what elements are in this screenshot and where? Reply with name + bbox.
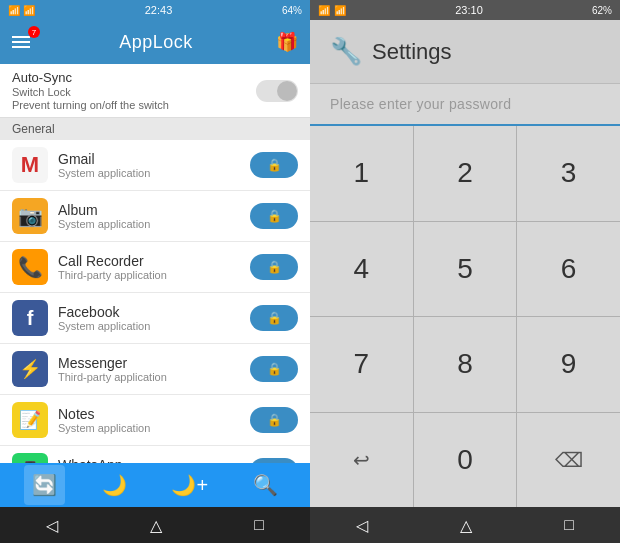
right-time: 23:10 <box>455 4 483 16</box>
nav-sleep-plus-button[interactable]: 🌙+ <box>163 465 216 505</box>
left-panel: 📶 📶 22:43 64% 7 AppLock 🎁 Auto-Sync Swit… <box>0 0 310 543</box>
right-status-icons: 📶 📶 <box>318 5 346 16</box>
right-recents-button[interactable]: □ <box>548 510 590 540</box>
settings-header: 🔧 Settings <box>310 20 620 84</box>
left-battery: 64% <box>282 5 302 16</box>
signal-icon: 📶 <box>23 5 35 16</box>
system-nav-right: ◁ △ □ <box>310 507 620 543</box>
applock-title: AppLock <box>119 32 193 53</box>
numpad-key-7[interactable]: 7 <box>310 317 413 412</box>
menu-button[interactable]: 7 <box>12 30 36 54</box>
right-back-button[interactable]: ◁ <box>340 510 384 541</box>
bottom-nav-left: 🔄 🌙 🌙+ 🔍 <box>0 463 310 507</box>
callrec-name: Call Recorder <box>58 253 240 269</box>
callrec-lock-toggle[interactable]: 🔒 <box>250 254 298 280</box>
nav-refresh-button[interactable]: 🔄 <box>24 465 65 505</box>
right-battery: 62% <box>592 5 612 16</box>
status-bar-right: 📶 📶 23:10 62% <box>310 0 620 20</box>
album-type: System application <box>58 218 240 230</box>
left-time: 22:43 <box>145 4 173 16</box>
numpad-key-8[interactable]: 8 <box>414 317 517 412</box>
left-status-icons: 📶 📶 <box>8 5 35 16</box>
facebook-info: Facebook System application <box>58 304 240 332</box>
whatsapp-lock-toggle[interactable]: 🔒 <box>250 458 298 463</box>
gmail-icon: M <box>12 147 48 183</box>
notes-name: Notes <box>58 406 240 422</box>
auto-sync-toggle[interactable] <box>256 80 298 102</box>
right-wifi-icon: 📶 <box>318 5 330 16</box>
gmail-name: Gmail <box>58 151 240 167</box>
password-placeholder: Please enter your password <box>330 96 600 112</box>
auto-sync-item: Auto-Sync Switch Lock Prevent turning on… <box>12 70 298 111</box>
numpad-key-9[interactable]: 9 <box>517 317 620 412</box>
callrec-info: Call Recorder Third-party application <box>58 253 240 281</box>
facebook-icon: f <box>12 300 48 336</box>
list-item[interactable]: 📱 WhatsApp Third-party application 🔒 <box>0 446 310 463</box>
right-panel: 📶 📶 23:10 62% 🔧 Settings Please enter yo… <box>310 0 620 543</box>
messenger-name: Messenger <box>58 355 240 371</box>
switch-lock-detail: Prevent turning on/off the switch <box>12 99 169 111</box>
right-signal-icon: 📶 <box>334 5 346 16</box>
album-icon: 📷 <box>12 198 48 234</box>
gmail-type: System application <box>58 167 240 179</box>
system-nav-left: ◁ △ □ <box>0 507 310 543</box>
facebook-type: System application <box>58 320 240 332</box>
app-list: M Gmail System application 🔒 📷 Album Sys… <box>0 140 310 463</box>
whatsapp-icon: 📱 <box>12 453 48 463</box>
callrec-type: Third-party application <box>58 269 240 281</box>
numpad-back-arrow[interactable]: ↩ <box>310 413 413 508</box>
numpad-key-5[interactable]: 5 <box>414 222 517 317</box>
right-home-button[interactable]: △ <box>444 510 488 541</box>
applock-header: 7 AppLock 🎁 <box>0 20 310 64</box>
list-item[interactable]: ⚡ Messenger Third-party application 🔒 <box>0 344 310 395</box>
numpad-key-2[interactable]: 2 <box>414 126 517 221</box>
section-general-header: General <box>0 118 310 140</box>
numpad-key-4[interactable]: 4 <box>310 222 413 317</box>
home-button[interactable]: △ <box>134 510 178 541</box>
list-item[interactable]: M Gmail System application 🔒 <box>0 140 310 191</box>
switch-lock-description: Switch Lock <box>12 86 169 98</box>
settings-wrench-icon: 🔧 <box>330 36 362 67</box>
messenger-type: Third-party application <box>58 371 240 383</box>
album-info: Album System application <box>58 202 240 230</box>
album-name: Album <box>58 202 240 218</box>
password-input-area[interactable]: Please enter your password <box>310 84 620 126</box>
auto-sync-section: Auto-Sync Switch Lock Prevent turning on… <box>0 64 310 118</box>
list-item[interactable]: 📞 Call Recorder Third-party application … <box>0 242 310 293</box>
recents-button[interactable]: □ <box>238 510 280 540</box>
numpad-delete-key[interactable]: ⌫ <box>517 413 620 508</box>
callrec-icon: 📞 <box>12 249 48 285</box>
status-bar-left: 📶 📶 22:43 64% <box>0 0 310 20</box>
notes-type: System application <box>58 422 240 434</box>
list-item[interactable]: f Facebook System application 🔒 <box>0 293 310 344</box>
nav-sleep-button[interactable]: 🌙 <box>94 465 135 505</box>
album-lock-toggle[interactable]: 🔒 <box>250 203 298 229</box>
notes-icon: 📝 <box>12 402 48 438</box>
numpad-key-1[interactable]: 1 <box>310 126 413 221</box>
wifi-icon: 📶 <box>8 5 20 16</box>
list-item[interactable]: 📝 Notes System application 🔒 <box>0 395 310 446</box>
messenger-icon: ⚡ <box>12 351 48 387</box>
nav-search-button[interactable]: 🔍 <box>245 465 286 505</box>
numpad-key-3[interactable]: 3 <box>517 126 620 221</box>
back-button[interactable]: ◁ <box>30 510 74 541</box>
list-item[interactable]: 📷 Album System application 🔒 <box>0 191 310 242</box>
facebook-name: Facebook <box>58 304 240 320</box>
notes-lock-toggle[interactable]: 🔒 <box>250 407 298 433</box>
gift-icon[interactable]: 🎁 <box>276 31 298 53</box>
facebook-lock-toggle[interactable]: 🔒 <box>250 305 298 331</box>
gmail-lock-toggle[interactable]: 🔒 <box>250 152 298 178</box>
numpad-key-6[interactable]: 6 <box>517 222 620 317</box>
numpad: 1 2 3 4 5 6 7 8 9 ↩ 0 ⌫ <box>310 126 620 507</box>
numpad-key-0[interactable]: 0 <box>414 413 517 508</box>
notes-info: Notes System application <box>58 406 240 434</box>
messenger-lock-toggle[interactable]: 🔒 <box>250 356 298 382</box>
auto-sync-title: Auto-Sync <box>12 70 169 85</box>
settings-title: Settings <box>372 39 452 65</box>
messenger-info: Messenger Third-party application <box>58 355 240 383</box>
notification-badge: 7 <box>28 26 40 38</box>
gmail-info: Gmail System application <box>58 151 240 179</box>
